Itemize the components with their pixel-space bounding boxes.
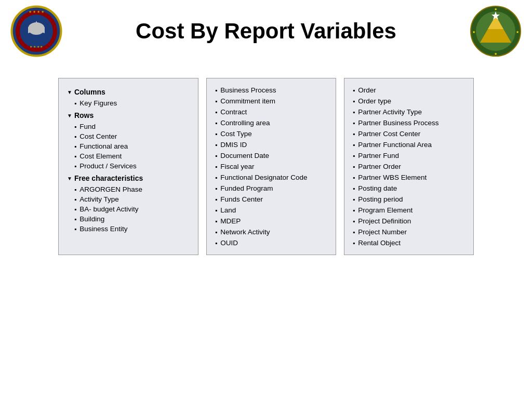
main-content: Columns Key Figures Rows Fund Cost Cente… <box>0 68 532 265</box>
business-entity-item: Business Entity <box>67 224 190 234</box>
rows-section-header: Rows <box>67 111 190 119</box>
posting-period-item: Posting period <box>353 194 465 205</box>
fiscal-year-item: Fiscal year <box>215 161 327 172</box>
left-panel: Columns Key Figures Rows Fund Cost Cente… <box>58 78 198 255</box>
partner-fund-item: Partner Fund <box>353 150 465 161</box>
functional-area-item: Functional area <box>67 141 190 151</box>
contract-item: Contract <box>215 107 327 117</box>
cost-type-item: Cost Type <box>215 128 327 139</box>
svg-text:★ ★ ★ ★: ★ ★ ★ ★ <box>29 10 44 14</box>
mdep-item: MDEP <box>215 216 327 227</box>
commitment-item-item: Commitment item <box>215 96 327 107</box>
funded-program-item: Funded Program <box>215 183 327 194</box>
business-process-item: Business Process <box>215 85 327 96</box>
svg-text:★: ★ <box>472 30 475 34</box>
order-type-item: Order type <box>353 96 465 107</box>
network-activity-item: Network Activity <box>215 227 327 237</box>
activity-type-item: Activity Type <box>67 194 190 204</box>
funds-center-item: Funds Center <box>215 194 327 205</box>
right-panel: Order Order type Partner Activity Type P… <box>344 78 474 255</box>
partner-cost-center-item: Partner Cost Center <box>353 128 465 139</box>
columns-section-header: Columns <box>67 88 190 96</box>
svg-text:★: ★ <box>494 7 497 11</box>
partner-wbs-element-item: Partner WBS Element <box>353 172 465 183</box>
project-number-item: Project Number <box>353 227 465 237</box>
svg-text:★: ★ <box>516 30 519 34</box>
partner-business-process-item: Partner Business Process <box>353 117 465 128</box>
program-element-item: Program Element <box>353 205 465 216</box>
page-header: ★ ★ ★ ★ ★ ★ ★ ★ Cost By Report Variables… <box>0 0 532 62</box>
functional-designator-code-item: Functional Designator Code <box>215 172 327 183</box>
dmis-id-item: DMIS ID <box>215 139 327 150</box>
page-title: Cost By Report Variables <box>62 19 470 44</box>
svg-text:★ ★ ★ ★: ★ ★ ★ ★ <box>30 45 43 48</box>
right-logo: ★ ★ ★ ★ <box>470 5 522 57</box>
partner-activity-type-item: Partner Activity Type <box>353 107 465 117</box>
partner-order-item: Partner Order <box>353 161 465 172</box>
left-logo: ★ ★ ★ ★ ★ ★ ★ ★ <box>10 5 62 57</box>
document-date-item: Document Date <box>215 150 327 161</box>
order-item: Order <box>353 85 465 96</box>
product-services-item: Product / Services <box>67 161 190 171</box>
project-definition-item: Project Definition <box>353 216 465 227</box>
middle-panel: Business Process Commitment item Contrac… <box>206 78 336 255</box>
rental-object-item: Rental Object <box>353 237 465 248</box>
land-item: Land <box>215 205 327 216</box>
building-item: Building <box>67 214 190 224</box>
ouid-item: OUID <box>215 237 327 248</box>
controlling-area-item: Controlling area <box>215 117 327 128</box>
svg-text:★: ★ <box>494 52 497 56</box>
key-figures-item: Key Figures <box>67 98 190 108</box>
fund-item: Fund <box>67 122 190 131</box>
cost-center-item: Cost Center <box>67 131 190 141</box>
ba-budget-activity-item: BA- budget Activity <box>67 204 190 214</box>
posting-date-item: Posting date <box>353 183 465 194</box>
partner-functional-area-item: Partner Functional Area <box>353 139 465 150</box>
argorgen-phase-item: ARGORGEN Phase <box>67 184 190 194</box>
free-characteristics-section-header: Free characteristics <box>67 174 190 182</box>
cost-element-item: Cost Element <box>67 151 190 161</box>
